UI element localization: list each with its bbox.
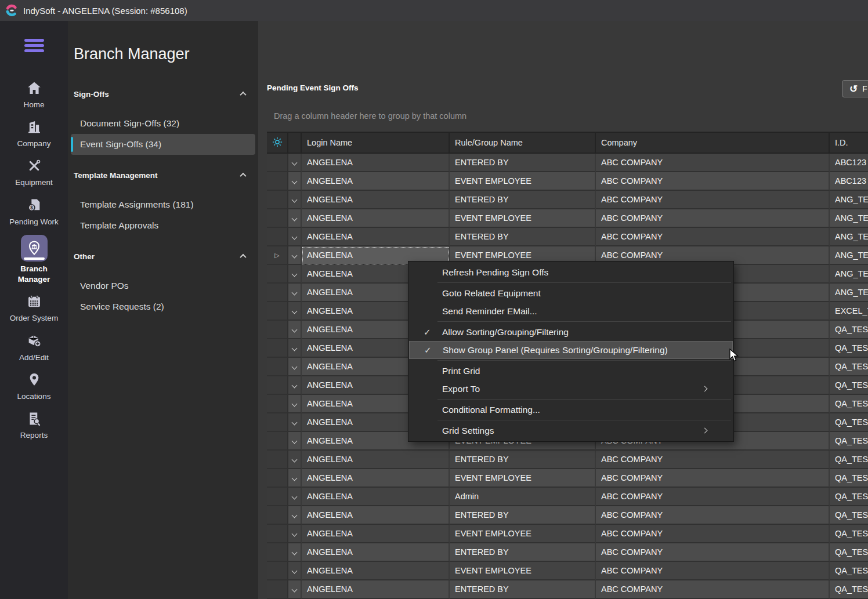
cell-login-name[interactable]: ANGELENA: [302, 488, 450, 506]
column-header-id[interactable]: I.D.: [830, 132, 868, 154]
cell-company[interactable]: ABC COMPANY: [596, 209, 830, 228]
cell-company[interactable]: ABC COMPANY: [596, 562, 830, 580]
panel-item-template-approvals[interactable]: Template Approvals: [71, 215, 255, 236]
cell-login-name[interactable]: ANGELENA: [302, 154, 450, 172]
cell-login-name[interactable]: ANGELENA: [302, 543, 450, 562]
group-by-drop-zone[interactable]: Drag a column header here to group by th…: [274, 111, 466, 121]
column-header-login-name[interactable]: Login Name: [302, 132, 450, 154]
sidebar-item-company[interactable]: Company: [2, 118, 66, 149]
expand-column-header[interactable]: [288, 132, 302, 154]
row-expand-chevron-icon[interactable]: [288, 376, 302, 395]
column-header-company[interactable]: Company: [596, 132, 830, 154]
cell-rule-group-name[interactable]: ENTERED BY: [450, 580, 596, 599]
row-expand-chevron-icon[interactable]: [288, 580, 302, 599]
cell-login-name[interactable]: ANGELENA: [302, 525, 450, 543]
cell-id[interactable]: QA_TEST3: [830, 506, 868, 525]
row-expand-chevron-icon[interactable]: [288, 172, 302, 191]
cell-rule-group-name[interactable]: Admin: [450, 488, 596, 506]
sidebar-item-equipment[interactable]: Equipment: [2, 157, 66, 188]
grid-corner-button[interactable]: [267, 132, 288, 154]
menu-item-send-reminder-email[interactable]: Send Reminder EMail...: [408, 302, 733, 320]
sidebar-item-reports[interactable]: Reports: [2, 409, 66, 441]
cell-id[interactable]: QA_TEST4: [830, 580, 868, 599]
cell-company[interactable]: ABC COMPANY: [596, 451, 830, 469]
menu-item-refresh-pending-sign-offs[interactable]: Refresh Pending Sign Offs: [408, 263, 733, 281]
cell-id[interactable]: ANG_TES: [830, 209, 868, 228]
cell-id[interactable]: QA_TEST2: [830, 432, 868, 451]
menu-item-export-to[interactable]: Export To: [408, 380, 733, 398]
cell-company[interactable]: ABC COMPANY: [596, 469, 830, 488]
cell-rule-group-name[interactable]: EVENT EMPLOYEE: [450, 469, 596, 488]
refresh-button[interactable]: ↺ F: [842, 80, 868, 97]
row-expand-chevron-icon[interactable]: [288, 321, 302, 339]
cell-rule-group-name[interactable]: EVENT EMPLOYEE: [450, 172, 596, 191]
row-expand-chevron-icon[interactable]: [288, 506, 302, 525]
cell-rule-group-name[interactable]: ENTERED BY: [450, 506, 596, 525]
cell-id[interactable]: ANG_TES: [830, 246, 868, 265]
panel-item-service-requests-2-[interactable]: Service Requests (2): [71, 296, 255, 317]
row-expand-chevron-icon[interactable]: [288, 358, 302, 376]
cell-company[interactable]: ABC COMPANY: [596, 154, 830, 172]
menu-item-grid-settings[interactable]: Grid Settings: [408, 422, 733, 440]
row-expand-chevron-icon[interactable]: [288, 488, 302, 506]
cell-login-name[interactable]: ANGELENA: [302, 172, 450, 191]
section-header-other[interactable]: Other: [68, 250, 258, 263]
cell-login-name[interactable]: ANGELENA: [302, 209, 450, 228]
row-expand-chevron-icon[interactable]: [288, 191, 302, 209]
cell-login-name[interactable]: ANGELENA: [302, 469, 450, 488]
cell-rule-group-name[interactable]: EVENT EMPLOYEE: [450, 562, 596, 580]
row-expand-chevron-icon[interactable]: [288, 395, 302, 413]
cell-id[interactable]: QA_TEST: [830, 321, 868, 339]
menu-item-conditional-formatting[interactable]: Conditional Formatting...: [408, 401, 733, 419]
cell-id[interactable]: ANG_TES: [830, 228, 868, 246]
cell-id[interactable]: QA_TEST2: [830, 469, 868, 488]
row-expand-chevron-icon[interactable]: [288, 154, 302, 172]
cell-company[interactable]: ABC COMPANY: [596, 543, 830, 562]
cell-rule-group-name[interactable]: ENTERED BY: [450, 228, 596, 246]
cell-company[interactable]: ABC COMPANY: [596, 488, 830, 506]
sidebar-item-order-system[interactable]: Order System: [2, 292, 66, 324]
section-header-template-management[interactable]: Template Management: [68, 169, 258, 181]
row-expand-chevron-icon[interactable]: [288, 543, 302, 562]
cell-id[interactable]: QA_TEST3: [830, 543, 868, 562]
panel-item-template-assignments-181-[interactable]: Template Assignments (181): [71, 194, 255, 215]
cell-company[interactable]: ABC COMPANY: [596, 191, 830, 209]
hamburger-icon[interactable]: [24, 37, 44, 55]
cell-id[interactable]: QA_TEST3: [830, 562, 868, 580]
menu-item-goto-related-equipment[interactable]: Goto Related Equipment: [408, 284, 733, 302]
cell-id[interactable]: ABC123: [830, 154, 868, 172]
cell-company[interactable]: ABC COMPANY: [596, 525, 830, 543]
cell-id[interactable]: QA_TEST: [830, 358, 868, 376]
cell-login-name[interactable]: ANGELENA: [302, 451, 450, 469]
cell-id[interactable]: QA_TEST2: [830, 413, 868, 432]
row-expand-chevron-icon[interactable]: [288, 432, 302, 451]
cell-login-name[interactable]: ANGELENA: [302, 191, 450, 209]
cell-rule-group-name[interactable]: EVENT EMPLOYEE: [450, 209, 596, 228]
cell-rule-group-name[interactable]: ENTERED BY: [450, 191, 596, 209]
row-expand-chevron-icon[interactable]: [288, 228, 302, 246]
row-expand-chevron-icon[interactable]: [288, 284, 302, 302]
menu-item-show-group-panel-requires-sorting-grouping-filtering[interactable]: ✓Show Group Panel (Requires Sorting/Grou…: [409, 341, 733, 359]
row-expand-chevron-icon[interactable]: [288, 413, 302, 432]
menu-item-print-grid[interactable]: Print Grid: [408, 362, 733, 380]
cell-id[interactable]: QA_TEST: [830, 395, 868, 413]
cell-id[interactable]: QA_TEST3: [830, 525, 868, 543]
row-expand-chevron-icon[interactable]: [288, 246, 302, 265]
cell-id[interactable]: QA_TEST2: [830, 488, 868, 506]
cell-id[interactable]: QA_TEST: [830, 376, 868, 395]
cell-id[interactable]: ANG_TES: [830, 265, 868, 284]
sidebar-item-home[interactable]: Home: [2, 79, 66, 110]
cell-rule-group-name[interactable]: ENTERED BY: [450, 451, 596, 469]
sidebar-item-add-edit[interactable]: Add/Edit: [2, 332, 66, 363]
cell-rule-group-name[interactable]: ENTERED BY: [450, 154, 596, 172]
sidebar-item-pending-work[interactable]: $Pending Work: [2, 196, 66, 227]
row-expand-chevron-icon[interactable]: [288, 209, 302, 228]
cell-login-name[interactable]: ANGELENA: [302, 580, 450, 599]
row-expand-chevron-icon[interactable]: [288, 265, 302, 284]
row-expand-chevron-icon[interactable]: [288, 469, 302, 488]
row-expand-chevron-icon[interactable]: [288, 562, 302, 580]
cell-company[interactable]: ABC COMPANY: [596, 506, 830, 525]
cell-id[interactable]: ANG_TES: [830, 191, 868, 209]
cell-login-name[interactable]: ANGELENA: [302, 562, 450, 580]
cell-login-name[interactable]: ANGELENA: [302, 506, 450, 525]
